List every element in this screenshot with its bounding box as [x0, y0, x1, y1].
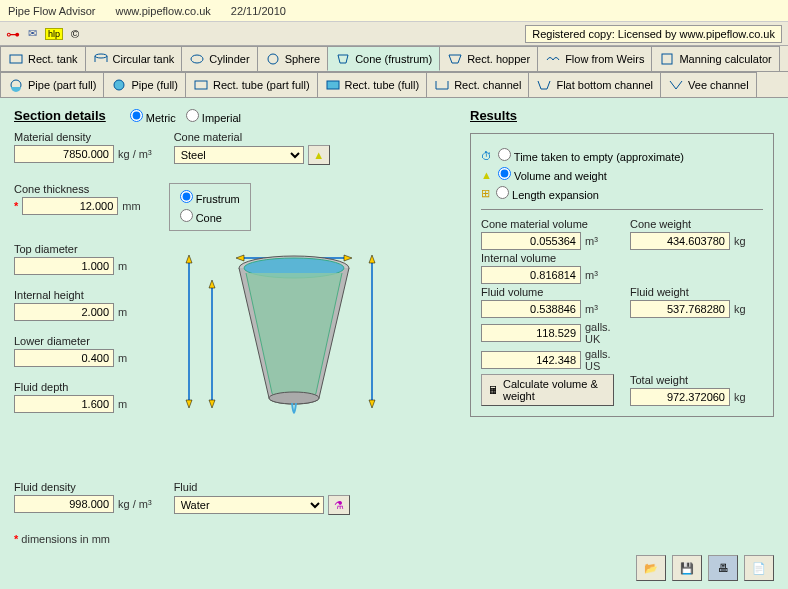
app-url: www.pipeflow.co.uk	[115, 5, 210, 17]
svg-point-28	[269, 392, 319, 404]
tab-sphere[interactable]: Sphere	[257, 46, 328, 71]
top-diameter-label: Top diameter	[14, 243, 174, 255]
calculate-button[interactable]: 🖩Calculate volume & weight	[481, 374, 614, 406]
tab-manning[interactable]: Manning calculator	[651, 46, 779, 71]
tab-rect-tank[interactable]: Rect. tank	[0, 46, 86, 71]
lower-diameter-label: Lower diameter	[14, 335, 174, 347]
help-icon[interactable]: hlp	[45, 28, 63, 40]
cone-thickness-input[interactable]	[22, 197, 118, 215]
printer-icon: 🖶	[718, 562, 729, 574]
fluid-depth-input[interactable]	[14, 395, 114, 413]
save-button[interactable]: 💾	[672, 555, 702, 581]
length-icon: ⊞	[481, 187, 490, 200]
cone-weight-label: Cone weight	[630, 218, 763, 230]
tab-rect-tube-part[interactable]: Rect. tube (part full)	[185, 72, 318, 97]
print-button[interactable]: 🖶	[708, 555, 738, 581]
shape-group: Frustrum Cone	[169, 183, 251, 231]
beaker-icon: ⚗	[334, 499, 344, 512]
tab-flow-weirs[interactable]: Flow from Weirs	[537, 46, 652, 71]
material-density-input[interactable]	[14, 145, 114, 163]
fluid-select[interactable]: Water	[174, 496, 324, 514]
calc-icon: 🖩	[488, 384, 499, 396]
tab-cone-frustrum[interactable]: Cone (frustrum)	[327, 46, 440, 71]
total-weight-value	[630, 388, 730, 406]
svg-point-1	[95, 54, 107, 58]
rect-channel-icon	[434, 78, 450, 92]
cone-diagram	[184, 243, 454, 463]
weir-icon	[545, 52, 561, 66]
flat-bottom-icon	[536, 78, 552, 92]
cone-thickness-label: Cone thickness	[14, 183, 141, 195]
svg-point-5	[268, 54, 278, 64]
tab-vee[interactable]: Vee channel	[660, 72, 757, 97]
cone-mat-vol-value	[481, 232, 581, 250]
svg-marker-15	[209, 280, 215, 288]
mail-icon[interactable]: ✉	[28, 27, 37, 40]
radio-frustrum[interactable]: Frustrum	[180, 193, 240, 205]
app-date: 22/11/2010	[231, 5, 286, 17]
tab-pipe-part[interactable]: Pipe (part full)	[0, 72, 104, 97]
radio-metric[interactable]: Metric	[130, 109, 176, 124]
fluid-density-input[interactable]	[14, 495, 114, 513]
fluid-density-label: Fluid density	[14, 481, 152, 493]
internal-height-input[interactable]	[14, 303, 114, 321]
internal-height-label: Internal height	[14, 289, 174, 301]
export-icon: 📄	[752, 562, 766, 575]
top-diameter-input[interactable]	[14, 257, 114, 275]
required-star: *	[14, 200, 18, 212]
fluid-picker-button[interactable]: ⚗	[328, 495, 350, 515]
fluid-label: Fluid	[174, 481, 350, 493]
tab-rect-hopper[interactable]: Rect. hopper	[439, 46, 538, 71]
radio-volume[interactable]: Volume and weight	[498, 167, 607, 182]
cone-thickness-unit: mm	[122, 200, 140, 212]
section-details-title: Section details	[14, 108, 106, 123]
cone-weight-value	[630, 232, 730, 250]
radio-imperial[interactable]: Imperial	[186, 109, 241, 124]
tab-circular-tank[interactable]: Circular tank	[85, 46, 183, 71]
results-panel: ⏱ Time taken to empty (approximate) ▲ Vo…	[470, 133, 774, 417]
cone-material-label: Cone material	[174, 131, 330, 143]
sphere-icon	[265, 52, 281, 66]
svg-marker-13	[186, 400, 192, 408]
pipe-part-icon	[8, 78, 24, 92]
tab-rect-tube-full[interactable]: Rect. tube (full)	[317, 72, 428, 97]
lower-diameter-input[interactable]	[14, 349, 114, 367]
tab-rect-channel[interactable]: Rect. channel	[426, 72, 529, 97]
svg-marker-18	[236, 255, 244, 261]
tab-pipe-full[interactable]: Pipe (full)	[103, 72, 185, 97]
fluid-vol-value	[481, 300, 581, 318]
svg-rect-0	[10, 55, 22, 63]
volume-icon: ▲	[481, 169, 492, 181]
total-weight-label: Total weight	[630, 374, 763, 386]
material-picker-button[interactable]: ▲	[308, 145, 330, 165]
rect-tube-part-icon	[193, 78, 209, 92]
folder-open-icon: 📂	[644, 562, 658, 575]
radio-time[interactable]: Time taken to empty (approximate)	[498, 148, 684, 163]
cone-material-select[interactable]: Steel	[174, 146, 304, 164]
material-density-label: Material density	[14, 131, 152, 143]
internal-vol-label: Internal volume	[481, 252, 614, 264]
app-title: Pipe Flow Advisor	[8, 5, 95, 17]
svg-marker-24	[369, 255, 375, 263]
tab-cylinder[interactable]: Cylinder	[181, 46, 257, 71]
circular-tank-icon	[93, 52, 109, 66]
key-icon[interactable]: ⊶	[6, 26, 20, 42]
export-button[interactable]: 📄	[744, 555, 774, 581]
internal-vol-value	[481, 266, 581, 284]
radio-cone[interactable]: Cone	[180, 212, 222, 224]
svg-rect-10	[327, 81, 339, 89]
floppy-icon: 💾	[680, 562, 694, 575]
svg-rect-9	[195, 81, 207, 89]
cylinder-icon	[189, 52, 205, 66]
time-icon: ⏱	[481, 150, 492, 162]
svg-rect-6	[662, 54, 672, 64]
tab-row-2: Pipe (part full) Pipe (full) Rect. tube …	[0, 72, 788, 98]
fluid-vol-label: Fluid volume	[481, 286, 614, 298]
tab-flat-bottom[interactable]: Flat bottom channel	[528, 72, 661, 97]
open-button[interactable]: 📂	[636, 555, 666, 581]
svg-point-4	[191, 55, 203, 63]
fluid-depth-label: Fluid depth	[14, 381, 174, 393]
radio-length[interactable]: Length expansion	[496, 186, 599, 201]
results-title: Results	[470, 108, 774, 123]
material-density-unit: kg / m³	[118, 148, 152, 160]
